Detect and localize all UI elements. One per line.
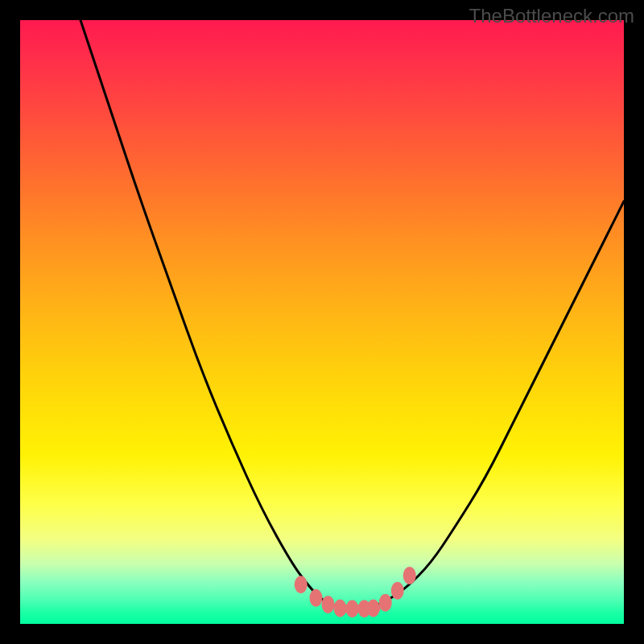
marker-dot	[346, 600, 359, 617]
curve-right	[353, 201, 625, 609]
chart-svg	[20, 20, 624, 624]
marker-dot	[367, 600, 380, 617]
marker-dot	[295, 576, 308, 593]
watermark-text: TheBottleneck.com	[469, 5, 634, 27]
curve-left	[80, 20, 353, 609]
marker-dot	[391, 582, 404, 600]
marker-dot	[403, 567, 416, 584]
marker-dot	[310, 589, 323, 607]
bottom-markers	[295, 567, 416, 617]
marker-dot	[322, 596, 335, 613]
marker-dot	[379, 594, 392, 612]
marker-dot	[334, 600, 347, 617]
chart-frame	[20, 20, 624, 624]
